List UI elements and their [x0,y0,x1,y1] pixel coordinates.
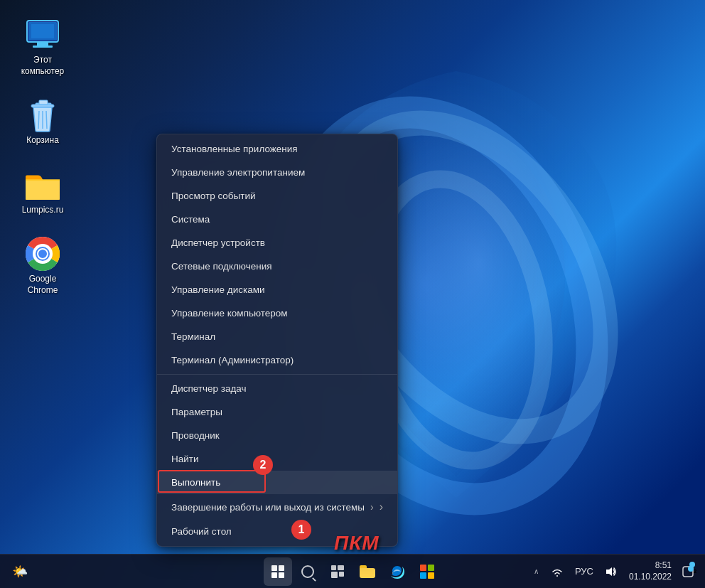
notification-badge [689,562,695,567]
clock-button[interactable]: 8:51 01.10.2022 [625,557,675,586]
lumpics-folder-icon [26,168,60,202]
svg-rect-6 [31,24,54,38]
network-icon [551,566,563,577]
menu-item-task-manager[interactable]: Диспетчер задач [157,377,397,400]
chrome-label: Google Chrome [18,274,68,296]
start-button[interactable] [264,557,292,586]
svg-rect-25 [428,565,434,571]
weather-icon: 🌤️ [12,564,28,579]
edge-icon [390,565,404,579]
computer-icon [26,18,60,52]
edge-button[interactable] [383,557,411,586]
svg-rect-27 [428,572,434,579]
recycle-icon-label: Корзина [26,135,59,146]
computer-icon-label: Этот компьютер [18,55,68,77]
clock-display: 8:51 01.10.2022 [629,560,672,582]
desktop-icon-lumpics[interactable]: Lumpics.ru [14,164,71,220]
store-icon [420,565,434,579]
language-indicator: РУС [575,566,593,577]
weather-button[interactable]: 🌤️ [6,557,34,586]
volume-icon [606,566,617,577]
notification-count: 2 [694,568,696,574]
menu-item-power-mgmt[interactable]: Управление электропитанием [157,161,397,184]
menu-item-computer-mgmt[interactable]: Управление компьютером [157,301,397,325]
menu-item-network[interactable]: Сетевые подключения [157,255,397,278]
recycle-bin-icon [26,98,60,132]
taskbar-left: 🌤️ [6,557,34,586]
taskbar-right: ∧ РУС [529,557,699,586]
svg-rect-7 [37,42,48,46]
menu-item-explorer[interactable]: Проводник [157,424,397,447]
search-icon [301,565,314,578]
explorer-icon [360,565,375,578]
explorer-button[interactable] [353,557,382,586]
svg-marker-28 [606,567,612,576]
badge-1: 1 [291,520,311,540]
pkm-label: ПКМ [334,532,380,555]
menu-item-event-viewer[interactable]: Просмотр событий [157,184,397,208]
menu-item-disk-mgmt[interactable]: Управление дисками [157,278,397,301]
menu-item-terminal[interactable]: Терминал [157,325,397,348]
lumpics-label: Lumpics.ru [22,205,64,216]
menu-item-system[interactable]: Система [157,208,397,231]
svg-rect-24 [420,565,426,571]
chrome-icon [26,237,60,271]
taskbar: 🌤️ [0,554,705,588]
svg-rect-21 [338,565,344,570]
taskview-button[interactable] [323,557,352,586]
badge-2: 2 [253,455,273,475]
desktop-icons: Этот компьютер Корзина [14,14,71,300]
menu-item-terminal-admin[interactable]: Терминал (Администратор) [157,348,397,372]
context-menu: Установленные приложения Управление элек… [156,134,398,547]
menu-item-device-manager[interactable]: Диспетчер устройств [157,231,397,255]
taskbar-center [264,557,441,586]
menu-item-installed-apps[interactable]: Установленные приложения [157,137,397,161]
desktop-icon-computer[interactable]: Этот компьютер [14,14,71,80]
volume-button[interactable] [601,557,621,586]
search-button[interactable] [294,557,322,586]
tray-expand-button[interactable]: ∧ [529,557,543,586]
windows-logo-icon [271,565,284,578]
notification-icon [682,566,694,577]
menu-item-search[interactable]: Найти [157,447,397,471]
language-button[interactable]: РУС [571,557,597,586]
svg-rect-20 [331,565,336,570]
desktop-icon-chrome[interactable]: Google Chrome [14,233,71,299]
svg-rect-22 [331,572,338,578]
svg-rect-10 [39,100,48,105]
submenu-arrow: › [370,501,374,513]
taskview-icon [331,565,344,578]
store-button[interactable] [413,557,441,586]
desktop-icon-recycle[interactable]: Корзина [14,95,71,150]
svg-rect-23 [339,572,344,577]
svg-line-14 [46,111,47,129]
svg-line-12 [38,111,39,129]
menu-separator-1 [157,374,397,375]
desktop: Этот компьютер Корзина [0,0,705,588]
svg-point-19 [38,250,47,258]
menu-item-settings[interactable]: Параметры [157,400,397,424]
notification-button[interactable]: 2 [679,557,699,586]
menu-item-shutdown[interactable]: Завершение работы или выход из системы › [157,494,397,520]
svg-rect-8 [33,46,53,48]
svg-rect-26 [420,572,426,579]
network-button[interactable] [547,557,567,586]
menu-item-run[interactable]: Выполнить [157,471,397,494]
